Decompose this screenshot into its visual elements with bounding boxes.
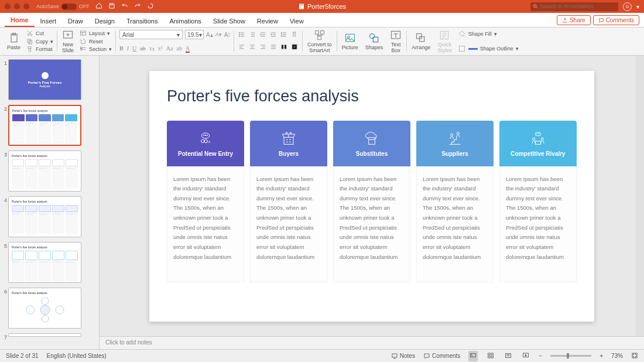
- autosave-toggle[interactable]: AutoSave OFF: [36, 4, 90, 10]
- force-card[interactable]: SubstitutesLorem Ipsum has been the indu…: [333, 121, 410, 282]
- increase-indent-icon[interactable]: [269, 30, 278, 40]
- tab-review[interactable]: Review: [251, 15, 284, 27]
- strikethrough-icon[interactable]: ab: [140, 45, 145, 53]
- svg-point-31: [56, 306, 64, 314]
- bold-icon[interactable]: B: [119, 45, 124, 53]
- arrange-button[interactable]: Arrange: [408, 29, 434, 54]
- language-indicator[interactable]: English (United States): [47, 353, 107, 359]
- tab-view[interactable]: View: [284, 15, 310, 27]
- comments-toggle[interactable]: Comments: [423, 353, 460, 360]
- save-icon[interactable]: [108, 2, 115, 11]
- highlight-icon[interactable]: ab: [176, 45, 181, 53]
- decrease-indent-icon[interactable]: [259, 30, 267, 40]
- ribbon-tabs: Home Insert Draw Design Transitions Anim…: [0, 13, 644, 28]
- bullets-icon[interactable]: [238, 30, 246, 40]
- convert-smartart-button[interactable]: Convert to SmartArt: [304, 29, 335, 54]
- tab-draw[interactable]: Draw: [62, 15, 89, 27]
- chevron-down-icon[interactable]: ▾: [636, 4, 639, 10]
- thumbnail-2[interactable]: Porter's five forces analysis —— —— —— —…: [8, 105, 81, 146]
- underline-icon[interactable]: U: [132, 45, 136, 53]
- slide-thumbnails-panel[interactable]: 1 Porter's Five ForcesAnalysis 2 Porter'…: [0, 56, 100, 349]
- tab-home[interactable]: Home: [5, 13, 35, 27]
- text-direction-icon[interactable]: [290, 30, 299, 40]
- home-icon[interactable]: [95, 2, 102, 11]
- align-center-icon[interactable]: [248, 42, 256, 53]
- thumbnail-7[interactable]: [8, 333, 81, 337]
- zoom-out-icon[interactable]: −: [539, 353, 542, 359]
- svg-rect-28: [459, 46, 464, 51]
- sorter-view-icon[interactable]: [486, 351, 495, 361]
- notes-pane[interactable]: Click to add notes: [100, 336, 644, 349]
- align-vertical-icon[interactable]: [290, 42, 299, 53]
- section-button[interactable]: Section ▾: [80, 46, 112, 53]
- thumbnail-3[interactable]: Porter's five forces analysis —— —— —— —…: [8, 151, 81, 192]
- font-color-icon[interactable]: A: [186, 45, 190, 53]
- columns-icon[interactable]: [280, 42, 288, 53]
- window-controls[interactable]: [5, 4, 29, 9]
- clear-formatting-icon[interactable]: A⃠: [224, 32, 230, 38]
- align-left-icon[interactable]: [238, 42, 246, 53]
- user-account-icon[interactable]: ☺: [623, 2, 632, 11]
- copy-button[interactable]: Copy ▾: [26, 38, 53, 45]
- normal-view-icon[interactable]: [468, 351, 478, 361]
- justify-icon[interactable]: [269, 42, 278, 53]
- cut-button[interactable]: Cut: [26, 30, 53, 37]
- zoom-in-icon[interactable]: +: [600, 353, 603, 359]
- slide-title[interactable]: Porter's five forces analysis: [167, 87, 577, 105]
- slide-canvas[interactable]: Porter's five forces analysis Potential …: [100, 56, 644, 336]
- comments-button[interactable]: Comments: [593, 15, 639, 25]
- force-card[interactable]: Competitive RivalryLorem Ipsum has been …: [499, 121, 577, 282]
- slideshow-view-icon[interactable]: [521, 351, 530, 361]
- notes-toggle[interactable]: Notes: [391, 353, 415, 360]
- italic-icon[interactable]: I: [127, 45, 129, 53]
- tab-animations[interactable]: Animations: [163, 15, 207, 27]
- font-family-selector[interactable]: Arial▾: [119, 30, 183, 39]
- line-spacing-icon[interactable]: [280, 30, 288, 40]
- tab-insert[interactable]: Insert: [35, 15, 63, 27]
- zoom-slider[interactable]: [550, 355, 591, 357]
- font-size-selector[interactable]: 19.5▾: [185, 30, 204, 39]
- reset-button[interactable]: Reset: [80, 38, 112, 45]
- force-card[interactable]: BuyersLorem Ipsum has been the industry'…: [250, 121, 327, 282]
- subscript-icon[interactable]: x₂: [149, 45, 155, 53]
- change-case-icon[interactable]: Aa: [166, 45, 173, 53]
- align-right-icon[interactable]: [259, 42, 267, 53]
- thumbnail-1[interactable]: Porter's Five ForcesAnalysis: [8, 59, 81, 100]
- reading-view-icon[interactable]: [503, 351, 513, 361]
- redo-icon[interactable]: [134, 2, 141, 11]
- layout-button[interactable]: Layout ▾: [80, 30, 112, 37]
- increase-font-icon[interactable]: A▴: [206, 32, 213, 38]
- force-card[interactable]: Potential New EntryLorem Ipsum has been …: [167, 121, 244, 282]
- svg-rect-58: [632, 353, 637, 358]
- slide-content[interactable]: Porter's five forces analysis Potential …: [149, 71, 594, 322]
- format-painter-button[interactable]: Format: [26, 46, 53, 53]
- superscript-icon[interactable]: x²: [158, 45, 163, 53]
- quick-styles-button[interactable]: Quick Styles: [434, 29, 455, 54]
- textbox-button[interactable]: Text Box: [386, 29, 405, 54]
- shape-outline-button[interactable]: Shape Outline ▾: [458, 45, 519, 53]
- fit-to-window-icon[interactable]: [631, 352, 638, 360]
- tab-design[interactable]: Design: [89, 15, 121, 27]
- repeat-icon[interactable]: [147, 2, 154, 11]
- zoom-percent[interactable]: 73%: [611, 353, 623, 359]
- vertical-scrollbar[interactable]: [636, 56, 644, 336]
- svg-rect-55: [491, 356, 494, 358]
- shape-fill-button[interactable]: Shape Fill ▾: [458, 30, 519, 38]
- picture-button[interactable]: Picture: [338, 29, 362, 54]
- force-card[interactable]: SuppliersLorem Ipsum has been the indust…: [416, 121, 494, 282]
- thumbnail-6[interactable]: Porter's five forces analysis: [8, 288, 81, 329]
- numbering-icon[interactable]: [248, 30, 256, 40]
- new-slide-button[interactable]: New Slide: [59, 29, 77, 54]
- shapes-button[interactable]: Shapes: [362, 29, 387, 54]
- thumbnail-5[interactable]: Porter's five forces analysis —— —— —— —…: [8, 242, 81, 283]
- svg-rect-53: [491, 353, 494, 355]
- thumbnail-4[interactable]: Porter's five forces analysis —— —— —— —…: [8, 196, 81, 237]
- share-button[interactable]: Share: [557, 15, 591, 25]
- paste-button[interactable]: Paste: [4, 29, 24, 54]
- tab-slideshow[interactable]: Slide Show: [207, 15, 251, 27]
- undo-icon[interactable]: [121, 2, 128, 11]
- svg-rect-52: [488, 353, 491, 355]
- search-input[interactable]: [530, 2, 618, 11]
- tab-transitions[interactable]: Transitions: [121, 15, 163, 27]
- decrease-font-icon[interactable]: A▾: [215, 32, 222, 37]
